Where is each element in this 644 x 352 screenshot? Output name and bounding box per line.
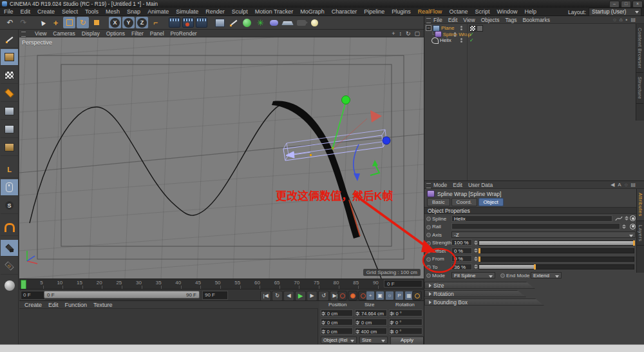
end-mode-dropdown[interactable]: Extend — [531, 272, 562, 279]
last-tool-button[interactable] — [90, 17, 102, 28]
x-axis-lock-button[interactable]: X — [109, 17, 121, 28]
anim-dot-icon[interactable] — [426, 233, 431, 237]
live-selection-button[interactable]: ▲ — [36, 17, 48, 28]
menu-item[interactable]: Octane — [449, 8, 468, 15]
mode-dropdown[interactable]: Fit Spline — [451, 272, 495, 279]
cage-handle-dot[interactable] — [310, 154, 312, 156]
object-row-spline-wrap[interactable]: └ Spline Wrap ✓ — [424, 32, 643, 38]
am-menu-item[interactable]: Mode — [433, 182, 447, 188]
y-axis-lock-button[interactable]: Y — [122, 17, 135, 28]
autokey-button[interactable] — [348, 291, 357, 300]
add-light-button[interactable] — [308, 17, 321, 28]
panel-handle-icon[interactable] — [426, 183, 431, 188]
enabled-check-icon[interactable]: ✓ — [469, 37, 474, 43]
position-y-field[interactable]: Y0 cm — [321, 318, 353, 326]
redo-button[interactable]: ↷ — [17, 17, 30, 28]
anim-dot-icon[interactable] — [500, 273, 505, 278]
pick-object-icon[interactable] — [630, 224, 636, 230]
offset-slider[interactable] — [478, 248, 634, 253]
layout-dropdown[interactable]: Startup (User) — [589, 8, 641, 16]
add-generator-button[interactable] — [241, 17, 253, 28]
transport-button[interactable]: ↻ — [272, 291, 283, 301]
viewport-zoom-icon[interactable]: ↕ — [399, 30, 402, 37]
search-icon[interactable]: ◌ — [613, 17, 616, 23]
menu-item[interactable]: Select — [62, 8, 78, 15]
end-frame-field[interactable]: 90 F — [202, 291, 228, 300]
to-slider[interactable] — [478, 264, 634, 269]
om-menu-item[interactable]: Objects — [481, 17, 500, 23]
transport-button[interactable]: ◀ — [283, 291, 294, 301]
mograph-button[interactable]: ✳ — [254, 17, 267, 28]
coords-size-dropdown[interactable]: Size — [359, 337, 388, 344]
menu-item[interactable]: Script — [475, 8, 489, 15]
section-size[interactable]: Size — [424, 282, 535, 289]
menu-item[interactable]: Character — [332, 8, 357, 15]
am-menu-item[interactable]: Edit — [453, 182, 462, 188]
visibility-dots[interactable] — [454, 32, 456, 37]
viewport-rotate-icon[interactable]: ↻ — [406, 30, 411, 37]
render-picture-viewer-button[interactable] — [182, 17, 194, 28]
from-slider[interactable] — [478, 257, 634, 262]
timeline-menu-item[interactable]: Texture — [93, 302, 113, 308]
timeline-menu-item[interactable]: Function — [65, 302, 88, 308]
object-row-plane[interactable]: – Plane — [424, 25, 637, 32]
timeline-ruler[interactable]: 051015202530354045505560657075808590 0 F — [19, 279, 424, 289]
object-name[interactable]: Plane — [441, 25, 454, 31]
tab-layers[interactable]: Layers — [637, 221, 644, 246]
menu-item[interactable]: MoGraph — [300, 8, 325, 15]
position-x-field[interactable]: X0 cm — [321, 309, 353, 317]
transport-button[interactable]: ▶ — [307, 291, 317, 301]
from-value-field[interactable]: 0 % — [451, 255, 472, 262]
axis-dropdown[interactable]: -Z — [451, 231, 636, 238]
anim-dot-icon[interactable] — [426, 257, 431, 262]
menu-item[interactable]: Snap — [127, 8, 140, 15]
size-z-field[interactable]: Z400 cm — [355, 328, 387, 335]
spline-curve-icon[interactable] — [615, 215, 623, 222]
deformed-plane-object[interactable] — [272, 101, 360, 239]
rotation-h-field[interactable]: H0 ° — [389, 309, 422, 317]
visibility-dots[interactable] — [460, 26, 462, 30]
menu-item[interactable]: Render — [205, 8, 225, 15]
close-button[interactable]: × — [632, 1, 643, 8]
menu-item[interactable]: Edit — [21, 8, 31, 15]
viewport-menu-item[interactable]: Panel — [150, 30, 164, 37]
pick-object-icon[interactable] — [630, 215, 636, 221]
expand-toggle-icon[interactable]: – — [426, 25, 431, 31]
coords-mode-dropdown[interactable]: Object (Rel — [321, 337, 357, 344]
om-menu-item[interactable]: Edit — [448, 17, 458, 23]
arrow-mode-icon[interactable]: A — [618, 182, 621, 188]
undo-button[interactable]: ↶ — [4, 17, 16, 28]
menu-item[interactable]: Mesh — [106, 8, 120, 15]
viewport[interactable]: 更改这俩数值，然后K帧 Perspective Grid Spacing : 1… — [19, 37, 424, 279]
z-axis-lock-button[interactable]: Z — [136, 17, 148, 28]
om-menu-item[interactable]: View — [463, 17, 475, 23]
add-camera-button[interactable] — [295, 17, 307, 28]
rotation-band-handle[interactable] — [354, 144, 359, 176]
om-menu-item[interactable]: File — [433, 17, 442, 23]
polygons-mode-icon[interactable] — [1, 139, 18, 156]
anim-dot-icon[interactable] — [426, 241, 431, 246]
add-primitive-button[interactable] — [214, 17, 226, 28]
section-bounding-box[interactable]: Bounding Box — [424, 298, 544, 306]
lock-icon[interactable]: ▤ — [630, 182, 636, 188]
keyframe-toggle[interactable]: ○ — [385, 291, 394, 300]
to-value-field[interactable]: 36 % — [451, 264, 472, 270]
viewport-menu-item[interactable]: Options — [106, 30, 125, 37]
object-properties-header[interactable]: Object Properties — [424, 207, 637, 214]
axis-mode-icon[interactable]: L — [1, 161, 18, 178]
menu-item[interactable]: Motion Tracker — [255, 8, 294, 15]
coordinate-system-button[interactable]: ⌐ — [149, 17, 162, 28]
timeline-menu-item[interactable]: Edit — [48, 302, 59, 308]
keyframe-toggle[interactable]: ▣ — [375, 291, 384, 300]
position-z-field[interactable]: Z0 cm — [321, 328, 353, 335]
maximize-button[interactable]: □ — [621, 1, 631, 8]
panel-handle-icon[interactable] — [426, 18, 431, 23]
viewport-pan-icon[interactable]: + — [392, 30, 395, 37]
search-icon[interactable]: ◌ — [625, 182, 628, 188]
om-menu-item[interactable]: Tags — [505, 17, 516, 23]
panel-handle-icon[interactable] — [21, 32, 26, 37]
spline-link-field[interactable]: Helix — [451, 215, 612, 222]
keyframe-track-area[interactable] — [19, 309, 318, 345]
tab-object[interactable]: Object — [478, 198, 504, 206]
menu-item[interactable]: Window — [497, 8, 517, 15]
